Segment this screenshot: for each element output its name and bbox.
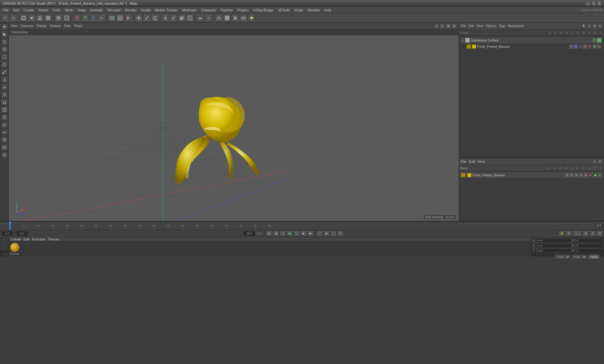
move-tool[interactable]: [1, 23, 8, 30]
mat-menu-create[interactable]: Create: [11, 237, 21, 241]
menu-create[interactable]: Create: [22, 8, 36, 13]
redo-button[interactable]: ↪: [9, 14, 17, 22]
coord-b-input[interactable]: [576, 249, 604, 253]
light-button[interactable]: [248, 14, 255, 22]
layer-tool[interactable]: [1, 136, 8, 143]
xyz-x-button[interactable]: X: [73, 14, 81, 22]
tag-4[interactable]: ◈: [583, 44, 587, 49]
loop-button[interactable]: ↻: [337, 231, 344, 236]
play-reverse-button[interactable]: ◁: [280, 231, 286, 236]
coord-scale-dropdown[interactable]: Scale Size: [571, 254, 587, 259]
move-button[interactable]: [135, 14, 143, 22]
tag-1[interactable]: ⚙: [569, 44, 573, 49]
menu-window[interactable]: Window: [305, 8, 322, 13]
tag-3[interactable]: ▼: [578, 44, 583, 49]
om-settings-button[interactable]: ⚙: [592, 24, 597, 28]
menu-motion-tracker[interactable]: Motion Tracker: [153, 8, 180, 13]
menu-render[interactable]: Render: [123, 8, 138, 13]
measure-tool[interactable]: [1, 69, 8, 75]
menu-animate[interactable]: Animate: [88, 8, 105, 13]
am-menu-view[interactable]: View: [478, 160, 485, 163]
menu-snap[interactable]: Snap: [76, 8, 88, 13]
render-region-button[interactable]: [108, 14, 116, 22]
vp-close-button[interactable]: ✕: [452, 24, 457, 29]
menu-sculpt[interactable]: Sculpt: [139, 8, 153, 13]
sphere-tool[interactable]: [1, 114, 8, 121]
coord-x-input[interactable]: [536, 239, 571, 243]
am-ctrl-5[interactable]: ◈: [584, 173, 588, 177]
polygon-tool[interactable]: [1, 61, 8, 68]
motion-button[interactable]: ⊙: [330, 231, 337, 236]
vp-menu-options[interactable]: Options: [50, 24, 61, 28]
menu-script[interactable]: Script: [292, 8, 305, 13]
menu-edit[interactable]: Edit: [11, 8, 21, 13]
om-menu-file[interactable]: File: [461, 24, 466, 28]
coord-h-input[interactable]: [576, 239, 604, 243]
magnet-button[interactable]: [197, 14, 204, 22]
mat-menu-texture[interactable]: Texture: [48, 237, 59, 241]
knife-button[interactable]: [170, 14, 177, 22]
sculpt-tool[interactable]: [1, 91, 8, 98]
am-ctrl-4[interactable]: ▼: [579, 173, 583, 177]
first-frame-button[interactable]: ⏮: [266, 231, 272, 236]
object-item-subdivision[interactable]: ▼ Subdivision Surface ✓: [460, 37, 603, 43]
mat-menu-edit[interactable]: Edit: [24, 237, 30, 241]
vp-menu-cameras[interactable]: Cameras: [21, 24, 34, 28]
om-menu-view[interactable]: View: [476, 24, 483, 28]
polygons-button[interactable]: [44, 14, 52, 22]
deformer-tool[interactable]: [1, 144, 8, 151]
om-menu-tags[interactable]: Tags: [499, 24, 506, 28]
om-menu-objects[interactable]: Objects: [486, 24, 496, 28]
om-search-button[interactable]: 🔍: [582, 24, 586, 28]
material-banana[interactable]: Banana: [10, 243, 20, 255]
menu-simulate[interactable]: Simulate: [105, 8, 123, 13]
extrude-button[interactable]: [178, 14, 186, 22]
3d-viewport[interactable]: Grid Spacing : 10 cm X Y Z: [9, 35, 459, 221]
next-frame-button[interactable]: ▶: [300, 231, 307, 236]
om-menu-edit[interactable]: Edit: [468, 24, 474, 28]
menu-character[interactable]: Character: [199, 8, 218, 13]
undo-button[interactable]: ↩: [1, 14, 9, 22]
am-expand-button[interactable]: ⤢: [592, 159, 597, 164]
am-menu-edit[interactable]: Edit: [469, 160, 475, 163]
vp-expand-button[interactable]: ⤢: [434, 24, 439, 29]
paint-select-tool[interactable]: [1, 46, 8, 53]
smooth-tool[interactable]: [1, 129, 8, 136]
tag-2[interactable]: T: [573, 44, 578, 49]
right-scrollbar[interactable]: [601, 237, 604, 251]
realtime-button[interactable]: R: [566, 231, 572, 236]
spline-button[interactable]: [215, 14, 223, 22]
menu-tools[interactable]: Tools: [50, 8, 62, 13]
am-ctrl-3[interactable]: ⊞: [574, 173, 579, 177]
live-select-button[interactable]: [20, 14, 27, 22]
expand-arrow[interactable]: ▼: [461, 39, 464, 42]
om-menu-bookmarks[interactable]: Bookmarks: [508, 24, 524, 28]
am-ctrl-6[interactable]: R: [588, 173, 593, 177]
world-coord-button[interactable]: W: [98, 14, 105, 22]
tag-6[interactable]: ◉: [592, 44, 597, 49]
tag-7[interactable]: H: [597, 44, 601, 49]
bend-tool[interactable]: [1, 99, 8, 106]
prev-frame-button[interactable]: ◀: [273, 231, 279, 236]
coord-y-input[interactable]: [536, 244, 571, 248]
render-view-button[interactable]: [116, 14, 124, 22]
floor-button[interactable]: [232, 14, 239, 22]
am-ctrl-2[interactable]: ⊟: [569, 173, 574, 177]
mirror-button[interactable]: [205, 14, 212, 22]
am-ctrl-8[interactable]: H: [598, 173, 602, 177]
menu-vray-bridge[interactable]: V-Ray Bridge: [251, 8, 276, 13]
cache-button[interactable]: ≡: [590, 231, 596, 236]
effector-tool[interactable]: [1, 152, 8, 158]
last-frame-button[interactable]: ⏭: [307, 231, 314, 236]
coord-z-input[interactable]: [536, 249, 571, 253]
model-mode-button[interactable]: [55, 14, 62, 22]
timeline-list-button[interactable]: ☰: [596, 231, 603, 236]
array-button[interactable]: [223, 14, 231, 22]
spline-tool-left[interactable]: [1, 121, 8, 128]
xyz-z-button[interactable]: Z: [90, 14, 97, 22]
om-expand-button[interactable]: ⤢: [587, 24, 591, 28]
am-ctrl-1[interactable]: ⊞: [565, 173, 569, 177]
tag-5[interactable]: R: [588, 44, 592, 49]
menu-3dtoall[interactable]: 3DToAll: [276, 8, 292, 13]
lasso-tool[interactable]: [1, 38, 8, 45]
